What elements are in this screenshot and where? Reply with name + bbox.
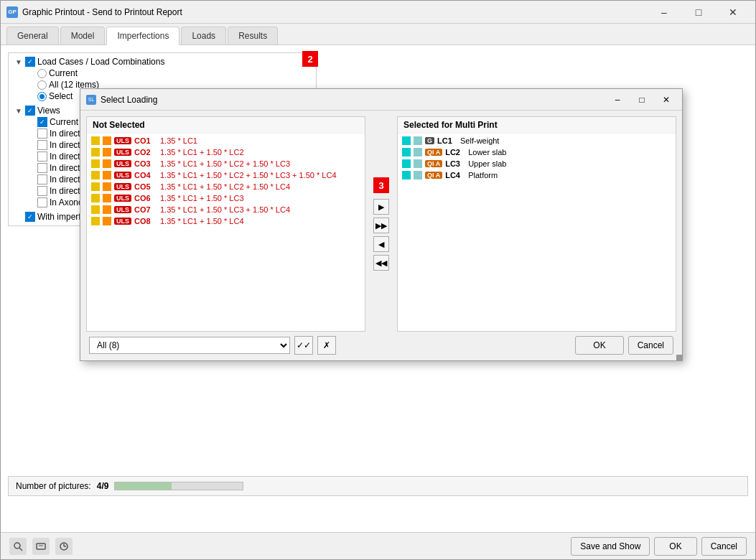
color-swatch-co8 — [91, 217, 100, 225]
checkbox-view-py[interactable] — [37, 140, 47, 150]
co5-id: CO5 — [134, 182, 157, 191]
color-swatch-co6 — [91, 194, 100, 202]
taskbar-icon-tool2[interactable] — [55, 538, 73, 555]
radio-select-label: Select — [49, 91, 73, 101]
lc2-id: LC2 — [445, 148, 465, 157]
panel-selected-content: G LC1 Self-weight QI A LC2 Lower slab — [398, 134, 676, 331]
dialog-title-bar: SL Select Loading – □ ✕ — [80, 89, 682, 111]
co3-formula: 1.35 * LC1 + 1.50 * LC2 + 1.50 * LC3 — [160, 159, 290, 168]
dialog-cancel-button[interactable]: Cancel — [628, 336, 673, 355]
tab-results[interactable]: Results — [228, 27, 278, 45]
color-swatch-lc3b — [414, 159, 422, 168]
tab-bar: General Model Imperfections Loads Result… — [1, 24, 755, 45]
color-swatch-lc1b — [414, 136, 422, 145]
dialog-maximize-button[interactable]: □ — [632, 91, 652, 108]
color-swatch-co7b — [103, 205, 111, 214]
ok-button[interactable]: OK — [654, 537, 696, 556]
minimize-button[interactable]: – — [648, 1, 681, 23]
checkbox-load-cases[interactable] — [25, 57, 35, 67]
color-swatch-co3b — [103, 159, 111, 168]
radio-current[interactable] — [37, 69, 47, 78]
color-swatch-co3 — [91, 159, 100, 168]
list-item[interactable]: ULS CO3 1.35 * LC1 + 1.50 * LC2 + 1.50 *… — [88, 158, 363, 169]
checkbox-view-axon[interactable] — [37, 197, 47, 207]
checkbox-view-nx[interactable] — [37, 163, 47, 173]
co2-formula: 1.35 * LC1 + 1.50 * LC2 — [160, 148, 244, 157]
radio-all[interactable] — [37, 80, 47, 90]
maximize-button[interactable]: □ — [682, 1, 715, 23]
taskbar-icon-search[interactable] — [9, 538, 27, 555]
move-right-all-button[interactable]: ▶▶ — [373, 218, 389, 233]
move-left-button[interactable]: ◀ — [373, 236, 389, 252]
app-icon: GP — [6, 6, 18, 18]
radio-select[interactable] — [37, 92, 47, 101]
select-loading-dialog: SL Select Loading – □ ✕ Not Selected — [80, 88, 683, 361]
save-and-show-button[interactable]: Save and Show — [571, 537, 650, 556]
dialog-panels: Not Selected ULS CO1 1.35 * LC1 — [86, 116, 676, 332]
panel-selected: Selected for Multi Print G LC1 Self-weig… — [397, 116, 676, 332]
color-swatch-co4b — [103, 171, 111, 179]
co6-id: CO6 — [134, 194, 157, 202]
tab-general[interactable]: General — [6, 27, 59, 45]
tab-imperfections[interactable]: Imperfections — [106, 27, 179, 45]
list-item[interactable]: ULS CO6 1.35 * LC1 + 1.50 * LC3 — [88, 192, 363, 204]
list-item[interactable]: ULS CO5 1.35 * LC1 + 1.50 * LC2 + 1.50 *… — [88, 181, 363, 192]
tab-loads[interactable]: Loads — [181, 27, 226, 45]
checkbox-view-current[interactable] — [37, 117, 47, 127]
badge-g-lc1: G — [425, 137, 434, 144]
cancel-button[interactable]: Cancel — [701, 537, 747, 556]
dialog-ok-button[interactable]: OK — [575, 336, 623, 355]
list-item[interactable]: QI A LC3 Upper slab — [399, 158, 674, 169]
co4-id: CO4 — [134, 171, 157, 179]
move-left-all-button[interactable]: ◀◀ — [373, 255, 389, 271]
move-right-button[interactable]: ▶ — [373, 199, 389, 215]
bottom-bar: Save and Show OK Cancel — [1, 532, 755, 559]
taskbar-icon-tool1[interactable] — [32, 538, 50, 555]
dialog-close-button[interactable]: ✕ — [656, 91, 676, 108]
color-swatch-co5 — [91, 182, 100, 191]
badge-uls-co7: ULS — [114, 206, 131, 213]
expand-load-cases[interactable]: ▼ — [14, 57, 23, 66]
co2-id: CO2 — [134, 148, 157, 157]
panel-not-selected: Not Selected ULS CO1 1.35 * LC1 — [86, 116, 365, 332]
list-item[interactable]: QI A LC4 Platform — [399, 169, 674, 181]
close-button[interactable]: ✕ — [717, 1, 750, 23]
list-item[interactable]: ULS CO1 1.35 * LC1 — [88, 135, 363, 146]
list-item[interactable]: ULS CO4 1.35 * LC1 + 1.50 * LC2 + 1.50 *… — [88, 169, 363, 181]
badge-qia-lc4: QI A — [425, 172, 442, 179]
checkbox-views[interactable] — [25, 106, 35, 116]
load-cases-label: Load Cases / Load Combinations — [37, 57, 164, 67]
list-item[interactable]: ULS CO7 1.35 * LC1 + 1.50 * LC3 + 1.50 *… — [88, 204, 363, 215]
checkbox-with-imperfections[interactable] — [25, 212, 35, 222]
dialog-resize-handle[interactable] — [676, 355, 682, 360]
badge-qia-lc2: QI A — [425, 149, 442, 156]
list-item[interactable]: ULS CO2 1.35 * LC1 + 1.50 * LC2 — [88, 146, 363, 158]
list-item[interactable]: ULS CO8 1.35 * LC1 + 1.50 * LC4 — [88, 215, 363, 227]
co4-formula: 1.35 * LC1 + 1.50 * LC2 + 1.50 * LC3 + 1… — [160, 171, 337, 179]
view-current-label: Current — [50, 117, 78, 127]
list-item[interactable]: G LC1 Self-weight — [399, 135, 674, 146]
tab-model[interactable]: Model — [60, 27, 106, 45]
dialog-minimize-button[interactable]: – — [607, 91, 627, 108]
checkbox-view-ny[interactable] — [37, 174, 47, 185]
list-item[interactable]: QI A LC2 Lower slab — [399, 146, 674, 158]
color-swatch-co5b — [103, 182, 111, 191]
panel-not-selected-header: Not Selected — [87, 117, 365, 134]
dialog-footer-left: All (8) ✓✓ ✗ — [89, 336, 336, 355]
checkbox-view-px[interactable] — [37, 129, 47, 139]
filter-dropdown[interactable]: All (8) — [89, 337, 290, 354]
co7-id: CO7 — [134, 205, 157, 214]
expand-views[interactable]: ▼ — [14, 106, 23, 115]
checkbox-view-nz[interactable] — [37, 186, 47, 196]
svg-rect-2 — [37, 543, 45, 549]
main-window: GP Graphic Printout - Send to Printout R… — [0, 0, 756, 560]
main-action-buttons: Save and Show OK Cancel — [571, 537, 747, 556]
badge-uls-co3: ULS — [114, 160, 131, 167]
panel-selected-header: Selected for Multi Print — [398, 117, 676, 134]
svg-line-1 — [19, 548, 22, 551]
checkbox-view-pz[interactable] — [37, 151, 47, 162]
select-all-button[interactable]: ✓✓ — [294, 336, 313, 355]
deselect-all-button[interactable]: ✗ — [317, 336, 336, 355]
badge-uls-co8: ULS — [114, 218, 131, 225]
color-swatch-co2b — [103, 148, 111, 157]
